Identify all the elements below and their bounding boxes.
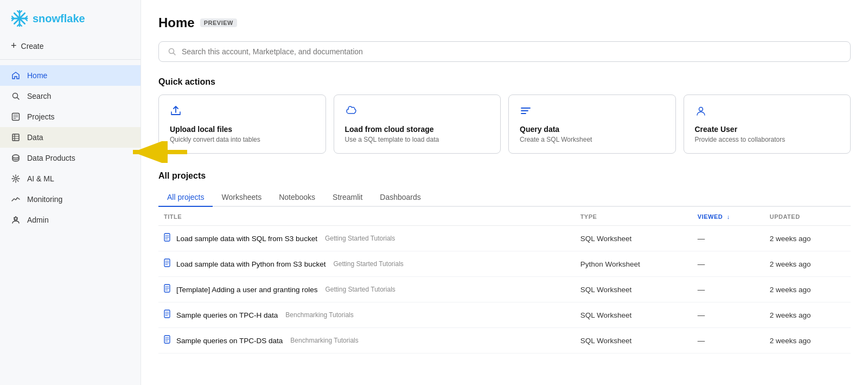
table-row[interactable]: [Template] Adding a user and granting ro… bbox=[158, 277, 851, 302]
logo: snowflake bbox=[0, 0, 141, 36]
row-tag: Getting Started Tutorials bbox=[325, 235, 395, 242]
row-updated: 2 weeks ago bbox=[764, 328, 851, 354]
row-viewed: — bbox=[692, 226, 764, 251]
row-title: [Template] Adding a user and granting ro… bbox=[176, 286, 317, 294]
row-viewed: — bbox=[692, 251, 764, 277]
page-title: Home bbox=[158, 15, 195, 30]
row-viewed: — bbox=[692, 328, 764, 354]
tab-dashboards[interactable]: Dashboards bbox=[371, 188, 430, 207]
col-viewed[interactable]: VIEWED ↓ bbox=[692, 207, 764, 226]
row-type: SQL Worksheet bbox=[575, 277, 692, 302]
query-card-desc: Create a SQL Worksheet bbox=[520, 136, 665, 143]
create-button[interactable]: + Create bbox=[0, 36, 141, 56]
row-type: SQL Worksheet bbox=[575, 226, 692, 251]
query-icon bbox=[520, 105, 665, 119]
sidebar-item-ai-ml[interactable]: AI & ML bbox=[0, 168, 141, 189]
admin-icon bbox=[11, 215, 21, 225]
sort-arrow-icon: ↓ bbox=[727, 213, 730, 220]
doc-icon bbox=[164, 310, 172, 320]
row-title: Load sample data with Python from S3 buc… bbox=[176, 260, 326, 268]
action-card-user[interactable]: Create User Provide access to collaborat… bbox=[684, 94, 851, 154]
sidebar-item-data-products[interactable]: Data Products bbox=[0, 148, 141, 168]
search-input[interactable] bbox=[182, 47, 841, 56]
row-updated: 2 weeks ago bbox=[764, 277, 851, 302]
table-row[interactable]: Load sample data with Python from S3 buc… bbox=[158, 251, 851, 277]
row-tag: Getting Started Tutorials bbox=[325, 286, 395, 293]
sidebar-item-projects[interactable]: Projects bbox=[0, 106, 141, 127]
user-card-title: Create User bbox=[695, 125, 840, 134]
tab-worksheets[interactable]: Worksheets bbox=[213, 188, 270, 207]
doc-icon bbox=[164, 284, 172, 295]
sidebar-item-search[interactable]: Search bbox=[0, 86, 141, 106]
main-scroll-area: Home PREVIEW Quick actions Upload local … bbox=[141, 0, 868, 385]
row-viewed: — bbox=[692, 302, 764, 328]
sidebar-item-home[interactable]: Home bbox=[0, 65, 141, 86]
projects-title: All projects bbox=[158, 171, 851, 181]
action-card-upload[interactable]: Upload local files Quickly convert data … bbox=[158, 94, 326, 154]
projects-table: TITLE TYPE VIEWED ↓ UPDATED Load bbox=[158, 207, 851, 354]
cloud-card-title: Load from cloud storage bbox=[345, 125, 490, 134]
query-card-title: Query data bbox=[520, 125, 665, 134]
ai-ml-icon bbox=[11, 174, 21, 184]
data-icon bbox=[11, 132, 21, 142]
row-tag: Benchmarking Tutorials bbox=[285, 311, 353, 319]
data-products-icon bbox=[11, 153, 21, 163]
plus-icon: + bbox=[11, 40, 17, 52]
sidebar-item-monitoring[interactable]: Monitoring bbox=[0, 189, 141, 210]
tab-all-projects[interactable]: All projects bbox=[158, 188, 213, 207]
cloud-card-desc: Use a SQL template to load data bbox=[345, 136, 490, 143]
quick-actions-title: Quick actions bbox=[158, 77, 851, 87]
sidebar-divider bbox=[0, 59, 141, 60]
global-search-bar[interactable] bbox=[158, 41, 851, 62]
doc-icon bbox=[164, 335, 172, 346]
quick-actions-grid: Upload local files Quickly convert data … bbox=[158, 94, 851, 154]
row-type: SQL Worksheet bbox=[575, 302, 692, 328]
row-tag: Getting Started Tutorials bbox=[333, 260, 403, 268]
search-icon bbox=[11, 91, 21, 101]
action-card-query[interactable]: Query data Create a SQL Worksheet bbox=[508, 94, 676, 154]
tab-notebooks[interactable]: Notebooks bbox=[270, 188, 324, 207]
page-header: Home PREVIEW bbox=[158, 15, 851, 30]
main-content-area: Home PREVIEW Quick actions Upload local … bbox=[141, 0, 868, 385]
row-viewed: — bbox=[692, 277, 764, 302]
table-row[interactable]: Sample queries on TPC-H data Benchmarkin… bbox=[158, 302, 851, 328]
upload-card-title: Upload local files bbox=[170, 125, 315, 134]
snowflake-logo-icon bbox=[11, 10, 28, 27]
row-title: Sample queries on TPC-H data bbox=[176, 311, 278, 319]
projects-icon bbox=[11, 112, 21, 122]
sidebar-item-admin[interactable]: Admin bbox=[0, 210, 141, 230]
sidebar: snowflake + Create Home Search Projects bbox=[0, 0, 141, 385]
col-type: TYPE bbox=[575, 207, 692, 226]
table-row[interactable]: Load sample data with SQL from S3 bucket… bbox=[158, 226, 851, 251]
doc-icon bbox=[164, 233, 172, 244]
logo-text: snowflake bbox=[33, 12, 85, 25]
upload-card-desc: Quickly convert data into tables bbox=[170, 136, 315, 143]
row-tag: Benchmarking Tutorials bbox=[290, 337, 358, 344]
action-card-cloud[interactable]: Load from cloud storage Use a SQL templa… bbox=[334, 94, 501, 154]
doc-icon bbox=[164, 258, 172, 269]
col-title: TITLE bbox=[158, 207, 575, 226]
svg-rect-2 bbox=[12, 134, 19, 141]
row-title: Sample queries on TPC-DS data bbox=[176, 337, 283, 345]
sidebar-item-data[interactable]: Data bbox=[0, 127, 141, 148]
cloud-icon bbox=[345, 105, 490, 119]
home-icon bbox=[11, 71, 21, 80]
projects-section: All projects All projects Worksheets Not… bbox=[158, 171, 851, 354]
col-updated: UPDATED bbox=[764, 207, 851, 226]
preview-badge: PREVIEW bbox=[200, 18, 237, 27]
row-updated: 2 weeks ago bbox=[764, 251, 851, 277]
quick-actions-section: Quick actions Upload local files Quickly… bbox=[158, 77, 851, 154]
user-icon bbox=[695, 105, 840, 119]
row-title: Load sample data with SQL from S3 bucket bbox=[176, 235, 317, 243]
svg-point-7 bbox=[699, 108, 703, 111]
row-type: SQL Worksheet bbox=[575, 328, 692, 354]
table-row[interactable]: Sample queries on TPC-DS data Benchmarki… bbox=[158, 328, 851, 354]
svg-point-3 bbox=[15, 178, 17, 180]
user-card-desc: Provide access to collaborators bbox=[695, 136, 840, 143]
monitoring-icon bbox=[11, 194, 21, 204]
projects-tabs: All projects Worksheets Notebooks Stream… bbox=[158, 188, 851, 207]
row-type: Python Worksheet bbox=[575, 251, 692, 277]
row-updated: 2 weeks ago bbox=[764, 226, 851, 251]
row-updated: 2 weeks ago bbox=[764, 302, 851, 328]
tab-streamlit[interactable]: Streamlit bbox=[324, 188, 371, 207]
